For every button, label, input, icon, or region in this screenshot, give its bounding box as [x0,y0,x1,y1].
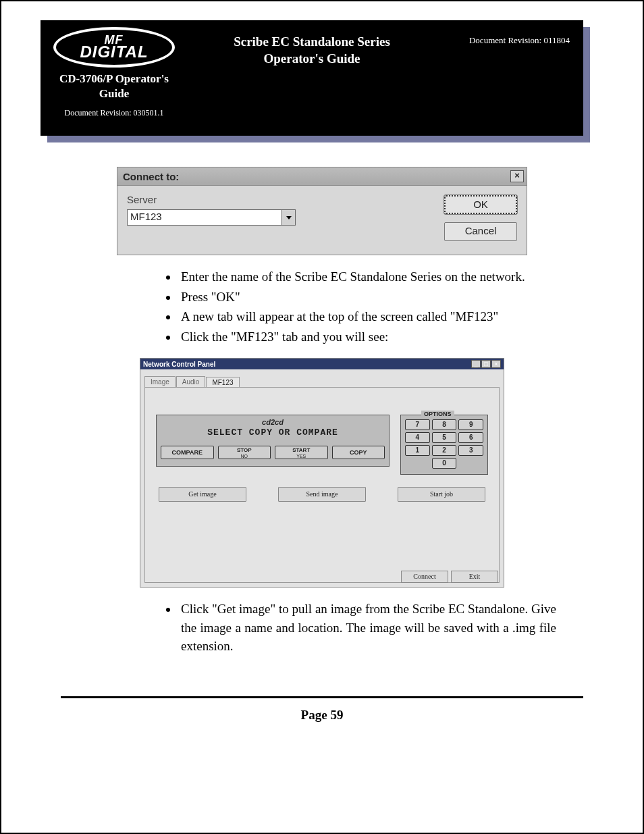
ncp-titlebar[interactable]: Network Control Panel _ □ × [140,359,504,369]
compare-button[interactable]: COMPARE [161,446,214,459]
key-5[interactable]: 5 [432,432,457,443]
send-image-button[interactable]: Send image [278,487,366,502]
ncp-pane: cd2cd SELECT COPY OR COMPARE COMPARE STO… [144,387,500,583]
action-buttons-row: Get image Send image Start job [156,487,488,502]
list-item: A new tab will appear at the top of the … [178,307,556,326]
window-buttons: _ □ × [471,360,501,368]
page-header-wrap: MF DIGITAL CD-3706/P Operator's Guide Do… [41,20,583,136]
key-2[interactable]: 2 [432,445,457,456]
logo-revision: Document Revision: 030501.1 [50,108,178,118]
dialog-right: OK Cancel [444,194,517,241]
get-image-button[interactable]: Get image [159,487,246,502]
page-header: MF DIGITAL CD-3706/P Operator's Guide Do… [41,20,583,136]
logo-subtitle: CD-3706/P Operator's Guide [50,72,178,101]
server-value[interactable]: MF123 [128,210,281,225]
start-job-button[interactable]: Start job [398,487,485,502]
stop-no-button[interactable]: STOPNO [218,446,271,459]
list-item: Click the "MF123" tab and you will see: [178,328,556,346]
tab-audio[interactable]: Audio [176,376,206,387]
key-6[interactable]: 6 [458,432,483,443]
list-item: Press "OK" [178,288,556,307]
logo-column: MF DIGITAL CD-3706/P Operator's Guide Do… [50,27,178,118]
options-panel: OPTIONS 7 8 9 4 5 6 1 2 3 0 [400,415,488,475]
mf-digital-logo: MF DIGITAL [53,27,175,68]
minimize-icon[interactable]: _ [471,360,481,368]
start-yes-button[interactable]: STARTYES [275,446,328,459]
logo-digital: DIGITAL [80,43,148,61]
connect-button[interactable]: Connect [401,571,448,583]
close-icon[interactable]: × [491,360,501,368]
ncp-tabstrip: Image Audio MF123 [140,369,504,387]
server-label: Server [127,194,432,205]
options-title: OPTIONS [421,411,454,417]
list-item: Enter the name of the Scribe EC Standalo… [178,267,556,286]
cd2cd-heading: cd2cd [161,418,385,426]
cd2cd-panel: cd2cd SELECT COPY OR COMPARE COMPARE STO… [156,415,390,467]
key-8[interactable]: 8 [432,419,457,430]
server-combobox[interactable]: MF123 [127,209,296,226]
chevron-down-icon[interactable] [281,210,295,225]
key-9[interactable]: 9 [458,419,483,430]
tab-mf123[interactable]: MF123 [206,377,239,388]
instruction-list-1: Enter the name of the Scribe EC Standalo… [162,267,556,346]
ncp-title: Network Control Panel [143,361,471,368]
key-7[interactable]: 7 [405,419,430,430]
dialog-title: Connect to: [123,171,510,182]
ncp-top-row: cd2cd SELECT COPY OR COMPARE COMPARE STO… [156,415,488,475]
connect-dialog: Connect to: × Server MF123 OK Cancel [117,167,527,255]
document-page: MF DIGITAL CD-3706/P Operator's Guide Do… [0,0,644,834]
maximize-icon[interactable]: □ [481,360,491,368]
footer-rule [61,696,583,698]
close-icon[interactable]: × [510,170,524,182]
exit-button[interactable]: Exit [451,571,498,583]
copy-button[interactable]: COPY [332,446,385,459]
header-title: Scribe EC Standalone Series Operator's G… [178,27,446,67]
cd2cd-display: SELECT COPY OR COMPARE [161,427,385,438]
ok-button[interactable]: OK [444,195,517,214]
ncp-footer: Connect Exit [401,571,498,583]
key-4[interactable]: 4 [405,432,430,443]
numeric-keypad: 7 8 9 4 5 6 1 2 3 0 [405,419,483,469]
page-number: Page 59 [34,708,610,723]
logo-text: MF DIGITAL [80,35,148,59]
dialog-left: Server MF123 [127,194,432,241]
cd2cd-buttons: COMPARE STOPNO STARTYES COPY [161,446,385,459]
key-1[interactable]: 1 [405,445,430,456]
tab-image[interactable]: Image [144,376,176,387]
dialog-titlebar[interactable]: Connect to: × [117,167,527,186]
header-revision: Document Revision: 011804 [446,27,574,46]
key-0[interactable]: 0 [432,458,457,469]
key-3[interactable]: 3 [458,445,483,456]
dialog-body: Server MF123 OK Cancel [117,186,527,255]
network-control-panel-window: Network Control Panel _ □ × Image Audio … [140,358,504,588]
instruction-list-2: Click "Get image" to pull an image from … [162,600,556,656]
cancel-button[interactable]: Cancel [444,222,517,241]
list-item: Click "Get image" to pull an image from … [178,600,556,656]
